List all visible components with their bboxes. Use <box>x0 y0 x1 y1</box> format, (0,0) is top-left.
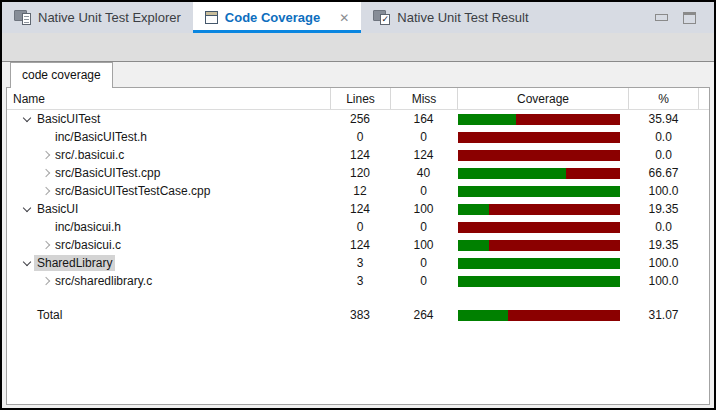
row-percent-value: 19.35 <box>628 202 699 216</box>
expander-icon[interactable] <box>40 150 50 160</box>
test-result-icon: ✓ <box>373 10 390 25</box>
row-percent-value: 0.0 <box>628 220 699 234</box>
table-row[interactable]: SharedLibrary 3 0 100.0 <box>7 254 709 272</box>
table-body: BasicUITest 256 164 35.94 inc/BasicUITes… <box>7 110 709 324</box>
coverage-bar-fill <box>458 240 489 251</box>
document-tab-strip: Native Unit Test Explorer Code Coverage … <box>2 2 714 33</box>
row-miss-value: 100 <box>390 238 457 252</box>
table-header: Name Lines Miss Coverage % <box>7 88 709 110</box>
expander-icon <box>40 222 50 232</box>
minimize-icon <box>655 14 668 21</box>
row-lines-value: 256 <box>330 112 390 126</box>
row-name-cell: src/sharedlibrary.c <box>7 272 330 290</box>
column-header-percent[interactable]: % <box>628 88 699 109</box>
table-row[interactable]: BasicUITest 256 164 35.94 <box>7 110 709 128</box>
tab-label: Native Unit Test Explorer <box>38 10 181 25</box>
coverage-bar-track <box>458 276 620 287</box>
pane-tab-code-coverage[interactable]: code coverage <box>10 62 113 88</box>
row-name-cell: src/BasicUITest.cpp <box>7 164 330 182</box>
row-miss-value: 0 <box>390 220 457 234</box>
tab-native-unit-test-explorer[interactable]: Native Unit Test Explorer <box>2 2 193 33</box>
row-miss-value: 264 <box>390 308 457 322</box>
row-lines-value: 0 <box>330 220 390 234</box>
column-header-name[interactable]: Name <box>7 88 330 109</box>
row-miss-value: 0 <box>390 274 457 288</box>
row-miss-value: 0 <box>390 256 457 270</box>
coverage-bar-track <box>458 240 620 251</box>
expander-icon[interactable] <box>40 168 50 178</box>
row-name-cell: BasicUITest <box>7 110 330 128</box>
row-percent-value: 100.0 <box>628 274 699 288</box>
row-miss-value: 40 <box>390 166 457 180</box>
row-lines-value: 12 <box>330 184 390 198</box>
expander-icon[interactable] <box>22 204 32 214</box>
row-label: src/BasicUITestTestCase.cpp <box>52 183 213 199</box>
expander-icon[interactable] <box>40 186 50 196</box>
row-coverage-cell <box>457 218 628 236</box>
table-row[interactable]: src/.basicui.c 124 124 0.0 <box>7 146 709 164</box>
column-header-miss[interactable]: Miss <box>390 88 457 109</box>
coverage-bar-fill <box>458 276 620 287</box>
column-header-filler <box>699 88 709 109</box>
coverage-bar-fill <box>458 258 620 269</box>
row-miss-value: 100 <box>390 202 457 216</box>
row-name-cell: src/.basicui.c <box>7 146 330 164</box>
row-lines-value: 0 <box>330 130 390 144</box>
coverage-table-panel: Name Lines Miss Coverage % BasicUITest 2… <box>6 87 710 405</box>
expander-icon[interactable] <box>22 258 32 268</box>
row-coverage-cell <box>457 272 628 290</box>
window-icon <box>683 12 696 24</box>
coverage-bar-track <box>458 114 620 125</box>
row-name-cell: src/basicui.c <box>7 236 330 254</box>
close-icon[interactable]: ✕ <box>339 11 349 25</box>
row-lines-value: 3 <box>330 256 390 270</box>
row-label: Total <box>34 307 65 323</box>
row-name-cell: SharedLibrary <box>7 254 330 272</box>
table-row[interactable]: src/sharedlibrary.c 3 0 100.0 <box>7 272 709 290</box>
table-row[interactable]: BasicUI 124 100 19.35 <box>7 200 709 218</box>
code-coverage-pane: code coverage Name Lines Miss Coverage %… <box>2 62 714 408</box>
expander-icon[interactable] <box>40 276 50 286</box>
row-percent-value: 100.0 <box>628 256 699 270</box>
row-coverage-cell <box>457 254 628 272</box>
coverage-bar-track <box>458 258 620 269</box>
row-name-cell: Total <box>7 306 330 324</box>
minimize-button[interactable] <box>655 14 668 21</box>
table-row[interactable]: src/basicui.c 124 100 19.35 <box>7 236 709 254</box>
expander-icon[interactable] <box>40 240 50 250</box>
expander-icon[interactable] <box>22 114 32 124</box>
window-button[interactable] <box>683 12 696 24</box>
row-name-cell: inc/basicui.h <box>7 218 330 236</box>
row-percent-value: 35.94 <box>628 112 699 126</box>
coverage-bar-fill <box>458 114 516 125</box>
row-coverage-cell <box>457 306 628 324</box>
row-lines-value: 124 <box>330 202 390 216</box>
row-lines-value: 124 <box>330 238 390 252</box>
row-miss-value: 0 <box>390 130 457 144</box>
row-coverage-cell <box>457 146 628 164</box>
row-label: BasicUITest <box>34 111 103 127</box>
row-name-cell: inc/BasicUITest.h <box>7 128 330 146</box>
tab-code-coverage[interactable]: Code Coverage ✕ <box>193 2 361 33</box>
row-label: BasicUI <box>34 201 81 217</box>
row-lines-value: 383 <box>330 308 390 322</box>
row-coverage-cell <box>457 164 628 182</box>
table-row[interactable]: inc/basicui.h 0 0 0.0 <box>7 218 709 236</box>
coverage-bar-fill <box>458 310 508 321</box>
coverage-bar-track <box>458 186 620 197</box>
row-percent-value: 19.35 <box>628 238 699 252</box>
row-label: inc/BasicUITest.h <box>52 129 150 145</box>
table-row[interactable]: inc/BasicUITest.h 0 0 0.0 <box>7 128 709 146</box>
row-label: src/.basicui.c <box>52 147 127 163</box>
row-miss-value: 164 <box>390 112 457 126</box>
column-header-coverage[interactable]: Coverage <box>457 88 628 109</box>
expander-icon <box>40 132 50 142</box>
row-miss-value: 124 <box>390 148 457 162</box>
column-header-lines[interactable]: Lines <box>330 88 390 109</box>
row-label: inc/basicui.h <box>52 219 124 235</box>
tab-native-unit-test-result[interactable]: ✓ Native Unit Test Result <box>361 2 540 33</box>
table-row[interactable]: src/BasicUITest.cpp 120 40 66.67 <box>7 164 709 182</box>
table-row[interactable]: src/BasicUITestTestCase.cpp 12 0 100.0 <box>7 182 709 200</box>
table-total-row[interactable]: Total 383 264 31.07 <box>7 306 709 324</box>
test-explorer-icon <box>14 10 31 25</box>
